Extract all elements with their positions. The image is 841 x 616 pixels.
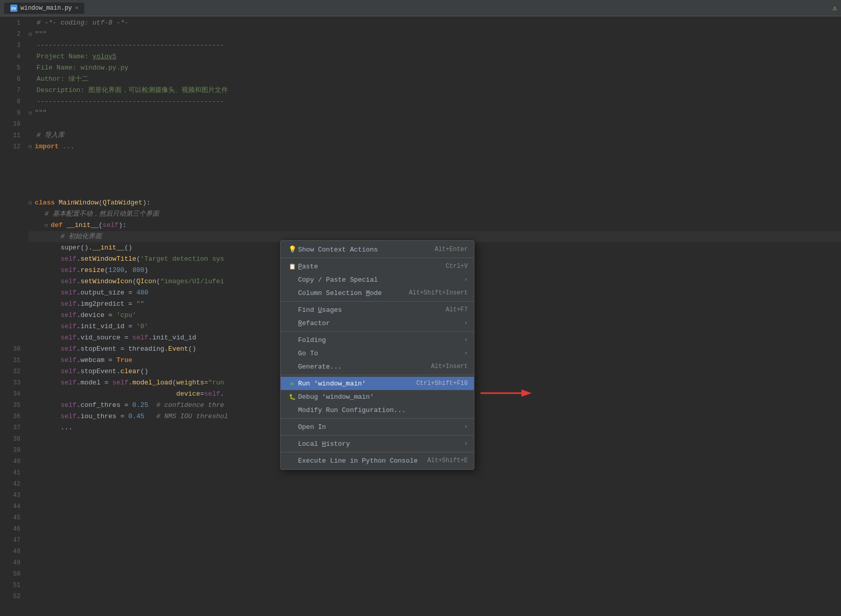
menu-label-refactor: Refactor: [298, 320, 460, 327]
python-file-icon: py: [10, 5, 17, 12]
code-line-32: [29, 175, 841, 186]
menu-shortcut-paste: Ctrl+V: [446, 263, 468, 270]
code-line-1: # -*- coding: utf-8 -*-: [29, 17, 841, 29]
menu-label-column-selection-mode: Column Selection Mode: [298, 289, 401, 297]
menu-item-modify-run-config[interactable]: Modify Run Configuration...: [281, 403, 474, 417]
menu-separator-7: [281, 452, 474, 452]
go-to-arrow: ›: [464, 350, 468, 357]
menu-label-paste: Paste: [298, 263, 438, 270]
menu-label-modify-run-config: Modify Run Configuration...: [298, 406, 468, 414]
title-bar: py window_main.py × ⚠: [0, 0, 841, 16]
warning-icon: ⚠: [833, 4, 837, 12]
folding-arrow: ›: [464, 336, 468, 344]
context-menu: 💡 Show Context Actions Alt+Enter 📋 Paste…: [280, 240, 474, 470]
local-history-arrow: ›: [464, 440, 468, 447]
copy-paste-special-arrow: ›: [464, 276, 468, 283]
code-line-35: # 基本配置不动，然后只动第三个界面: [29, 209, 841, 220]
menu-separator-2: [281, 301, 474, 302]
menu-label-generate: Generate...: [298, 363, 423, 371]
menu-shortcut-execute-line: Alt+Shift+E: [427, 457, 468, 464]
code-line-33: [29, 186, 841, 197]
file-tab[interactable]: py window_main.py ×: [4, 3, 84, 14]
menu-label-folding: Folding: [298, 336, 460, 344]
menu-label-execute-line: Execute Line in Python Console: [298, 457, 419, 465]
menu-item-paste[interactable]: 📋 Paste Ctrl+V: [281, 260, 474, 273]
menu-separator-5: [281, 418, 474, 419]
menu-shortcut-run: Ctrl+Shift+F10: [416, 380, 468, 387]
tab-close-button[interactable]: ×: [75, 5, 79, 11]
menu-item-refactor[interactable]: Refactor ›: [281, 316, 474, 330]
bulb-icon: 💡: [287, 245, 298, 254]
menu-item-run-window-main[interactable]: ▶ Run 'window_main' Ctrl+Shift+F10: [281, 377, 474, 390]
menu-label-show-context-actions: Show Context Actions: [298, 246, 426, 254]
menu-separator-6: [281, 435, 474, 436]
svg-marker-1: [521, 390, 532, 397]
menu-label-go-to: Go To: [298, 350, 460, 357]
code-line-9: ⊟""": [29, 107, 841, 119]
menu-item-find-usages[interactable]: Find Usages Alt+F7: [281, 303, 474, 316]
code-line-12: ⊟import ...: [29, 141, 841, 152]
menu-label-local-history: Local History: [298, 440, 460, 448]
code-line-empty1: [29, 152, 841, 164]
code-line-8: ----------------------------------------…: [29, 96, 841, 107]
code-line-3: ----------------------------------------…: [29, 40, 841, 51]
menu-item-generate[interactable]: Generate... Alt+Insert: [281, 360, 474, 373]
menu-label-run-window-main: Run 'window_main': [298, 380, 408, 387]
menu-label-debug-window-main: Debug 'window_main': [298, 393, 468, 401]
refactor-arrow: ›: [464, 320, 468, 327]
menu-item-execute-line[interactable]: Execute Line in Python Console Alt+Shift…: [281, 454, 474, 467]
paste-icon: 📋: [287, 263, 298, 270]
code-line-36: ⊟def __init__(self):: [29, 220, 841, 231]
code-line-34: ⊟class MainWindow(QTabWidget):: [29, 197, 841, 209]
menu-separator-1: [281, 258, 474, 258]
menu-item-debug-window-main[interactable]: 🐛 Debug 'window_main': [281, 390, 474, 403]
code-line-11: # 导入库: [29, 130, 841, 141]
run-icon: ▶: [287, 380, 298, 387]
debug-icon: 🐛: [287, 394, 298, 400]
code-line-10: [29, 119, 841, 130]
open-in-arrow: ›: [464, 423, 468, 430]
menu-label-find-usages: Find Usages: [298, 306, 438, 314]
menu-item-copy-paste-special[interactable]: Copy / Paste Special ›: [281, 273, 474, 286]
tab-filename: window_main.py: [20, 5, 72, 12]
menu-item-show-context-actions[interactable]: 💡 Show Context Actions Alt+Enter: [281, 243, 474, 256]
code-line-7: Description: 图形化界面，可以检测摄像头、视频和图片文件: [29, 85, 841, 96]
code-line-5: File Name: window.py.py: [29, 62, 841, 74]
menu-shortcut-column-selection: Alt+Shift+Insert: [409, 289, 468, 296]
menu-item-go-to[interactable]: Go To ›: [281, 347, 474, 360]
menu-item-local-history[interactable]: Local History ›: [281, 437, 474, 450]
menu-shortcut-find-usages: Alt+F7: [446, 306, 468, 313]
menu-label-open-in: Open In: [298, 423, 460, 431]
code-line-empty2: [29, 164, 841, 175]
menu-shortcut-generate: Alt+Insert: [431, 363, 468, 370]
menu-item-folding[interactable]: Folding ›: [281, 333, 474, 347]
red-arrow: [475, 385, 537, 403]
line-numbers: 1 2 3 4 5 6 7 8 9 10 11 12 13 14 15 16 1…: [0, 16, 25, 616]
menu-shortcut-show-context-actions: Alt+Enter: [435, 246, 468, 253]
menu-item-open-in[interactable]: Open In ›: [281, 420, 474, 434]
menu-separator-4: [281, 375, 474, 375]
menu-separator-3: [281, 331, 474, 332]
code-line-4: Project Name: yolov5: [29, 51, 841, 62]
menu-label-copy-paste-special: Copy / Paste Special: [298, 276, 460, 284]
menu-item-column-selection-mode[interactable]: Column Selection Mode Alt+Shift+Insert: [281, 286, 474, 300]
code-line-6: Author: 绿十二: [29, 74, 841, 85]
code-line-2: ⊟""": [29, 29, 841, 40]
